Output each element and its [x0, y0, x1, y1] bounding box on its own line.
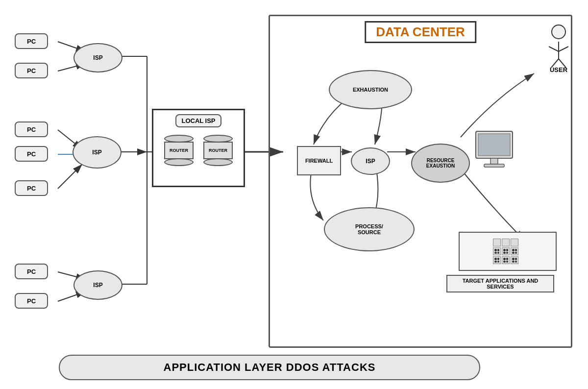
- firewall-box: FIREWALL: [297, 146, 341, 175]
- pc-box-1: PC: [15, 33, 48, 49]
- pc-box-6: PC: [15, 264, 48, 279]
- svg-rect-20: [478, 134, 510, 156]
- local-isp-box: LOCAL ISP ROUTER ROUTER: [152, 109, 245, 187]
- isp-ellipse-2: ISP: [73, 136, 122, 169]
- isp-ellipse-3: ISP: [74, 270, 122, 300]
- pc-box-3: PC: [15, 122, 48, 137]
- resource-exhaustion-ellipse: RESOURCE EXAUSTION: [411, 144, 470, 183]
- target-box: [459, 232, 557, 271]
- svg-rect-21: [490, 158, 498, 164]
- data-center-title: DATA CENTER: [365, 21, 476, 43]
- svg-line-8: [58, 164, 82, 189]
- diagram: PC PC ISP PC PC PC ISP PC PC ISP LOCAL I…: [0, 0, 588, 389]
- bottom-label: APPLICATION LAYER DDOS ATTACKS: [59, 355, 480, 380]
- exhaustion-ellipse: EXHAUSTION: [329, 70, 412, 109]
- pc-box-4: PC: [15, 146, 48, 162]
- monitor-svg: [473, 129, 517, 173]
- pc-box-5: PC: [15, 180, 48, 196]
- user-figure: USER: [544, 24, 573, 73]
- svg-line-24: [549, 47, 559, 51]
- process-source-ellipse: PROCESS/ SOURCE: [324, 207, 415, 251]
- dc-isp-ellipse: ISP: [351, 147, 390, 175]
- svg-line-25: [559, 47, 568, 51]
- isp-ellipse-1: ISP: [74, 43, 122, 73]
- user-label: USER: [550, 66, 567, 73]
- svg-rect-22: [484, 164, 504, 167]
- local-isp-label: LOCAL ISP: [175, 114, 221, 127]
- data-center-box: DATA CENTER EXHAUSTION FIREWALL ISP PROC…: [269, 15, 572, 348]
- user-body-svg: [544, 39, 573, 69]
- monitor: [473, 129, 517, 175]
- pc-box-7: PC: [15, 293, 48, 309]
- pc-box-2: PC: [15, 63, 48, 78]
- target-label: TARGET APPLICATIONS AND SERVICES: [446, 275, 554, 292]
